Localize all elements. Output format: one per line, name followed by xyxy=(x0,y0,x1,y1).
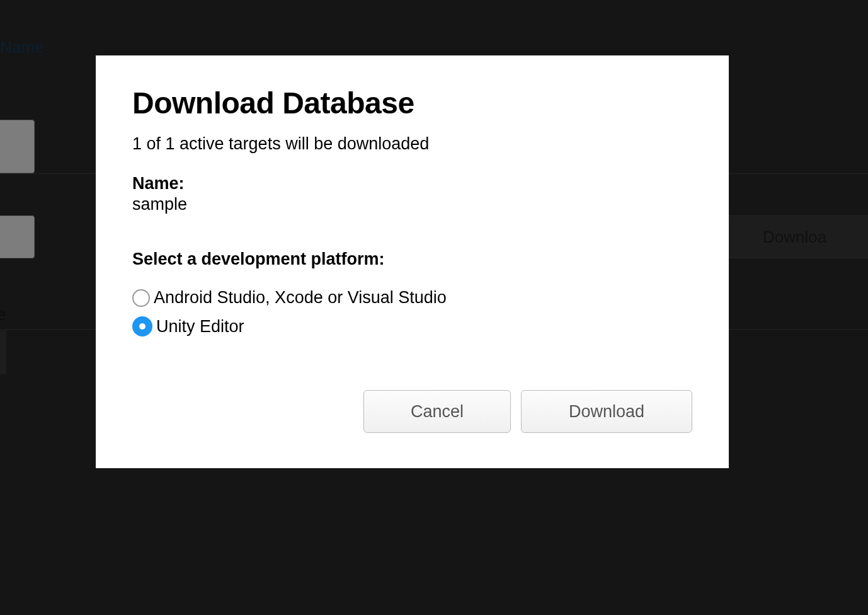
download-database-modal: Download Database 1 of 1 active targets … xyxy=(96,55,729,468)
radio-icon xyxy=(132,289,150,307)
cancel-button[interactable]: Cancel xyxy=(363,390,511,433)
platform-radio-group: Android Studio, Xcode or Visual Studio U… xyxy=(132,288,692,336)
radio-icon xyxy=(132,316,152,336)
modal-button-row: Cancel Download xyxy=(363,390,692,433)
modal-title: Download Database xyxy=(132,86,692,120)
platform-select-label: Select a development platform: xyxy=(132,250,692,269)
download-button[interactable]: Download xyxy=(521,390,692,433)
name-label: Name: xyxy=(132,174,692,193)
name-value: sample xyxy=(132,195,692,214)
radio-option-native[interactable]: Android Studio, Xcode or Visual Studio xyxy=(132,288,692,308)
radio-label-unity: Unity Editor xyxy=(156,317,244,336)
radio-option-unity[interactable]: Unity Editor xyxy=(132,316,692,336)
modal-subtitle: 1 of 1 active targets will be downloaded xyxy=(132,134,692,154)
radio-label-native: Android Studio, Xcode or Visual Studio xyxy=(154,288,447,308)
